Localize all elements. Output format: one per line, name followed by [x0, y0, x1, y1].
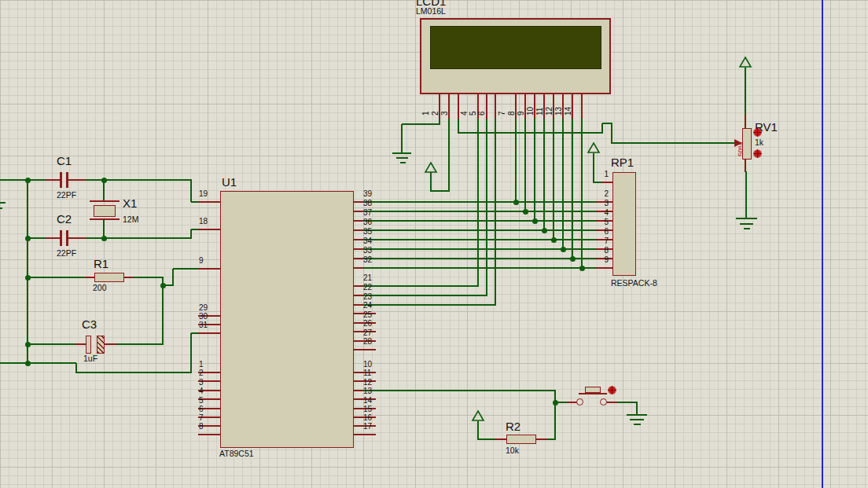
- wire-segment[interactable]: [0, 362, 76, 364]
- wire-segment[interactable]: [611, 123, 612, 144]
- wire-segment[interactable]: [554, 391, 556, 440]
- pin-stub[interactable]: [124, 277, 133, 278]
- r1-body[interactable]: [94, 273, 124, 282]
- wire-segment[interactable]: [362, 285, 479, 287]
- pin-stub[interactable]: [354, 229, 363, 231]
- wire-segment[interactable]: [401, 124, 403, 154]
- wire-segment[interactable]: [190, 333, 192, 372]
- wire-segment[interactable]: [27, 180, 28, 363]
- wire-segment[interactable]: [0, 179, 46, 181]
- power-arrow-icon[interactable]: [739, 57, 752, 68]
- ground-icon[interactable]: [630, 419, 644, 420]
- wire-segment[interactable]: [572, 119, 573, 259]
- power-arrow-icon[interactable]: [425, 162, 437, 174]
- c2-plate[interactable]: [66, 230, 68, 246]
- pin-stub[interactable]: [354, 349, 376, 350]
- button-terminal[interactable]: [600, 398, 607, 405]
- pin-stub[interactable]: [354, 304, 363, 306]
- pin-stub[interactable]: [354, 285, 363, 287]
- power-arrow-icon[interactable]: [587, 142, 600, 154]
- wire-segment[interactable]: [515, 119, 517, 202]
- c2-plate[interactable]: [60, 230, 62, 246]
- c1-plate[interactable]: [60, 172, 62, 188]
- wire-segment[interactable]: [601, 123, 603, 134]
- wire-segment[interactable]: [581, 119, 583, 268]
- c3-plate[interactable]: [86, 336, 91, 354]
- wire-segment[interactable]: [28, 277, 85, 278]
- pin-stub[interactable]: [606, 402, 617, 403]
- pin-stub[interactable]: [198, 434, 220, 435]
- wire-segment[interactable]: [745, 68, 746, 116]
- pin-stub[interactable]: [354, 220, 363, 222]
- pin-stub[interactable]: [581, 94, 583, 119]
- wire-segment[interactable]: [362, 295, 487, 296]
- wire-segment[interactable]: [448, 119, 450, 192]
- wire-segment[interactable]: [402, 123, 440, 125]
- wire-segment[interactable]: [593, 153, 594, 183]
- c3-plate-polarized[interactable]: [97, 336, 105, 354]
- pin-stub[interactable]: [68, 179, 86, 181]
- wire-segment[interactable]: [116, 343, 164, 345]
- wire-segment[interactable]: [172, 269, 174, 285]
- pin-stub[interactable]: [596, 267, 612, 269]
- wire-segment[interactable]: [362, 239, 596, 240]
- respack-body[interactable]: [612, 172, 636, 276]
- wire-segment[interactable]: [562, 119, 564, 249]
- wire-segment[interactable]: [477, 421, 479, 440]
- ground-icon[interactable]: [400, 162, 406, 163]
- ground-icon[interactable]: [744, 228, 750, 229]
- wire-segment[interactable]: [362, 211, 596, 212]
- pin-stub[interactable]: [495, 438, 507, 440]
- ground-icon[interactable]: [736, 218, 757, 219]
- ground-icon[interactable]: [392, 152, 411, 154]
- wire-segment[interactable]: [362, 304, 496, 306]
- pin-stub[interactable]: [354, 258, 363, 259]
- wire-segment[interactable]: [478, 438, 496, 440]
- wire-segment[interactable]: [362, 220, 596, 222]
- pin-stub[interactable]: [105, 343, 116, 345]
- wire-segment[interactable]: [745, 171, 747, 219]
- wire-segment[interactable]: [495, 119, 496, 305]
- pin-stub[interactable]: [68, 237, 86, 239]
- wire-segment[interactable]: [76, 372, 192, 373]
- wire-segment[interactable]: [534, 119, 535, 221]
- wire-segment[interactable]: [430, 172, 432, 192]
- power-arrow-icon[interactable]: [472, 410, 484, 422]
- c1-plate[interactable]: [66, 172, 68, 188]
- pin-stub[interactable]: [354, 267, 363, 269]
- wire-segment[interactable]: [486, 119, 487, 295]
- wire-segment[interactable]: [458, 119, 459, 134]
- pin-stub[interactable]: [495, 94, 496, 119]
- pin-stub[interactable]: [354, 211, 363, 212]
- wire-segment[interactable]: [190, 180, 192, 202]
- wire-segment[interactable]: [362, 267, 596, 269]
- pin-stub[interactable]: [198, 332, 220, 334]
- pin-stub[interactable]: [198, 229, 220, 230]
- pin-stub[interactable]: [354, 390, 363, 391]
- wire-segment[interactable]: [616, 402, 638, 403]
- pin-stub[interactable]: [354, 295, 363, 296]
- pin-stub[interactable]: [354, 434, 376, 435]
- wire-segment[interactable]: [75, 363, 77, 373]
- ground-icon[interactable]: [740, 223, 753, 225]
- xtal-body[interactable]: [94, 205, 116, 217]
- button-actuator[interactable]: [585, 387, 601, 393]
- pin-stub[interactable]: [536, 438, 547, 440]
- wire-segment[interactable]: [524, 119, 526, 211]
- wire-segment[interactable]: [132, 277, 164, 278]
- pin-stub[interactable]: [601, 182, 613, 183]
- ground-icon[interactable]: [634, 424, 641, 425]
- pin-stub[interactable]: [46, 179, 61, 181]
- wire-segment[interactable]: [439, 119, 440, 125]
- wire-segment[interactable]: [612, 142, 735, 144]
- pin-stub[interactable]: [198, 201, 220, 203]
- pin-stub[interactable]: [354, 248, 363, 250]
- mcu-body[interactable]: [220, 191, 354, 448]
- pin-stub[interactable]: [745, 116, 746, 129]
- wire-segment[interactable]: [362, 229, 596, 231]
- pin-stub[interactable]: [354, 239, 363, 240]
- wire-segment[interactable]: [553, 119, 554, 240]
- button-terminal[interactable]: [576, 398, 583, 405]
- pin-stub[interactable]: [198, 268, 220, 270]
- ground-icon[interactable]: [627, 414, 647, 416]
